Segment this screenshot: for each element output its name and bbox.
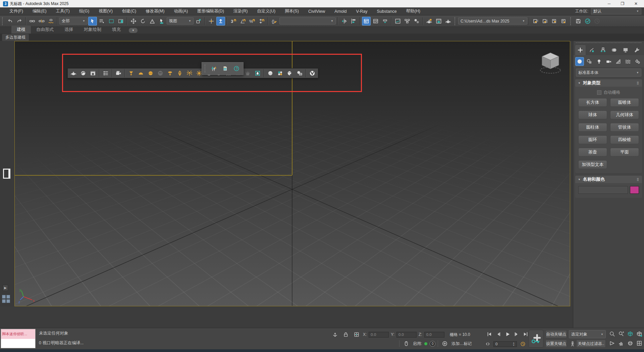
- select-and-move-icon[interactable]: [129, 17, 138, 26]
- maxscript-mini-listener[interactable]: 脚本迷你侦听...: [1, 329, 36, 348]
- rectangular-selection-region-icon[interactable]: [107, 17, 116, 26]
- panel-tab-hierarchy[interactable]: [598, 45, 608, 55]
- name-color-rollout-header[interactable]: ▼ 名称和颜色 ⣿: [575, 176, 642, 183]
- toolbar-grip[interactable]: [454, 17, 456, 25]
- y-coordinate-field[interactable]: 0.0: [396, 332, 417, 338]
- menu-创建C[interactable]: 创建(C): [117, 8, 141, 14]
- window-crossing-toggle-icon[interactable]: [116, 17, 125, 26]
- workspace-dropdown[interactable]: 默认▼: [591, 8, 641, 14]
- minimize-button[interactable]: ─: [602, 0, 616, 7]
- next-frame-button[interactable]: [512, 330, 521, 339]
- select-object-icon[interactable]: [88, 17, 97, 26]
- primitive-button-茶壶[interactable]: 茶壶: [578, 148, 607, 157]
- spinner-snap-toggle-icon[interactable]: [257, 17, 266, 26]
- panel-tab-create[interactable]: [575, 45, 586, 55]
- selection-lock-icon[interactable]: [341, 330, 350, 339]
- use-pivot-point-center-icon[interactable]: [194, 17, 203, 26]
- x-coordinate-field[interactable]: 0.0: [369, 332, 389, 338]
- mirror-icon[interactable]: [340, 17, 348, 26]
- toolbar-grip[interactable]: [570, 17, 572, 25]
- render-production-icon[interactable]: [444, 17, 452, 26]
- object-name-field[interactable]: [578, 186, 628, 194]
- rendered-frame-window-icon[interactable]: [434, 17, 443, 26]
- ribbon-tab-建模[interactable]: 建模: [11, 26, 31, 34]
- menu-帮助H[interactable]: 帮助(H): [401, 8, 425, 14]
- category-space-warps[interactable]: [624, 57, 632, 66]
- toggle-layer-explorer-icon[interactable]: [371, 17, 380, 26]
- save-file-icon[interactable]: [574, 17, 583, 26]
- ribbon-tab-对象绘制[interactable]: 对象绘制: [78, 26, 107, 34]
- maximize-viewport-icon[interactable]: [635, 339, 644, 348]
- counter-badge[interactable]: 0: [430, 341, 435, 347]
- ribbon-tab-填充[interactable]: 填充: [107, 26, 126, 34]
- close-button[interactable]: ✕: [629, 0, 643, 7]
- set-key-big-button[interactable]: [529, 330, 543, 348]
- curve-editor-icon[interactable]: [393, 17, 402, 26]
- play-button[interactable]: [503, 330, 512, 339]
- menu-图形编辑器D[interactable]: 图形编辑器(D): [193, 8, 229, 14]
- menu-视图V[interactable]: 视图(V): [94, 8, 117, 14]
- selection-filter-dropdown[interactable]: 全部▼: [59, 17, 88, 25]
- select-and-link-icon[interactable]: [28, 17, 37, 26]
- panel-toggle-2-icon[interactable]: [541, 17, 549, 26]
- panel-toggle-4-icon[interactable]: [559, 17, 568, 26]
- ribbon-tab-选择[interactable]: 选择: [59, 26, 78, 34]
- menu-文件F[interactable]: 文件(F): [5, 8, 28, 14]
- angle-snap-toggle-icon[interactable]: [238, 17, 247, 26]
- percent-snap-toggle-icon[interactable]: %: [248, 17, 257, 26]
- menu-修改器M[interactable]: 修改器(M): [141, 8, 169, 14]
- primitive-category-dropdown[interactable]: 标准基本体▼: [576, 69, 641, 77]
- autogrid-checkbox[interactable]: [597, 90, 601, 95]
- object-type-rollout-header[interactable]: ▼ 对象类型 ⣿: [575, 79, 642, 87]
- current-frame-field[interactable]: 0▲▼: [493, 341, 517, 347]
- time-tag-icon[interactable]: [440, 339, 449, 348]
- set-key-button[interactable]: 设置关键点: [545, 340, 567, 348]
- expand-arrow-icon[interactable]: ▶: [3, 285, 8, 291]
- transform-gizmo-icon[interactable]: [331, 330, 339, 339]
- key-filters-figure-icon[interactable]: [568, 340, 577, 348]
- vray-menu-check-icon[interactable]: [583, 17, 592, 26]
- z-coordinate-field[interactable]: 0.0: [424, 332, 444, 338]
- menu-工具T[interactable]: 工具(T): [51, 8, 74, 14]
- reference-coordinate-system-dropdown[interactable]: 视图▼: [167, 17, 194, 25]
- category-helpers[interactable]: [614, 57, 623, 66]
- menu-Substance[interactable]: Substance: [372, 9, 401, 14]
- select-by-name-icon[interactable]: [98, 17, 106, 26]
- toggle-ribbon-icon[interactable]: [381, 17, 389, 26]
- keyboard-shortcut-override-icon[interactable]: [216, 17, 225, 26]
- field-of-view-icon[interactable]: [608, 339, 616, 348]
- auto-key-button[interactable]: 自动关键点: [545, 330, 567, 338]
- viewport-layout-grid-icon[interactable]: [2, 295, 11, 304]
- menu-自定义U[interactable]: 自定义(U): [252, 8, 280, 14]
- category-systems[interactable]: [633, 57, 642, 66]
- select-and-manipulate-icon[interactable]: [207, 17, 216, 26]
- menu-脚本S[interactable]: 脚本(S): [280, 8, 304, 14]
- named-selection-sets-dropdown[interactable]: ▼: [279, 17, 336, 25]
- material-editor-icon[interactable]: [412, 17, 421, 26]
- key-step-toggle-icon[interactable]: [486, 340, 492, 348]
- primitive-button-长方体[interactable]: 长方体: [578, 98, 607, 107]
- selection-set-dropdown[interactable]: 选定对象▼: [569, 330, 606, 338]
- select-and-scale-icon[interactable]: [148, 17, 157, 26]
- zoom-extents-icon[interactable]: [626, 329, 635, 338]
- primitive-button-平面[interactable]: 平面: [610, 148, 639, 157]
- undo-icon[interactable]: [6, 17, 14, 26]
- redo-icon[interactable]: [15, 17, 24, 26]
- add-time-tag[interactable]: 添加…标记: [451, 341, 472, 347]
- key-filters-button[interactable]: 关键点过滤器..: [576, 340, 606, 348]
- toolbar-grip[interactable]: [2, 17, 4, 25]
- panel-tab-motion[interactable]: [609, 45, 620, 55]
- ribbon-overflow-icon[interactable]: ▼: [129, 28, 138, 33]
- primitive-button-圆环[interactable]: 圆环: [578, 135, 607, 144]
- panel-toggle-3-icon[interactable]: [550, 17, 559, 26]
- tab-polygon-modeling[interactable]: 多边形建模: [2, 34, 29, 41]
- category-lights[interactable]: [595, 57, 603, 66]
- align-icon[interactable]: [349, 17, 358, 26]
- primitive-button-圆柱体[interactable]: 圆柱体: [578, 123, 607, 132]
- activity-clock-icon[interactable]: [593, 17, 601, 26]
- category-shapes[interactable]: [585, 57, 594, 66]
- schematic-view-icon[interactable]: [403, 17, 412, 26]
- zoom-all-icon[interactable]: [617, 329, 626, 338]
- menu-V-Ray[interactable]: V-Ray: [352, 9, 372, 14]
- perspective-viewport[interactable]: ? x y z: [14, 41, 570, 306]
